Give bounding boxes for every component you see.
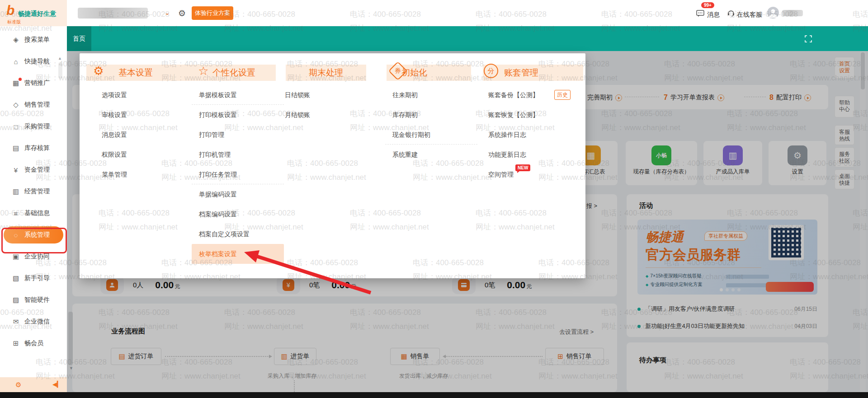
sidebar-collapse-icon[interactable]: ◀▎ — [52, 381, 61, 388]
sidebar-item-guide[interactable]: ▧新手引导 — [0, 267, 67, 289]
sidebar-item-base-info[interactable]: ≡基础信息 — [0, 202, 67, 224]
menu-item[interactable]: 单据模板设置 — [192, 85, 284, 105]
menu-item[interactable]: 打印机管理 — [192, 145, 284, 164]
menu-item[interactable]: 日结锁账 — [278, 85, 370, 105]
sidebar-item-sales[interactable]: ◇销售管理 — [0, 94, 67, 116]
sidebar-item-member[interactable]: ⊞畅会员 — [0, 332, 67, 354]
menu-column-title: 账套管理 — [504, 67, 538, 79]
menu-item[interactable]: 消息设置 — [94, 125, 187, 145]
sidebar-item-label: 营销推广 — [24, 79, 50, 87]
sidebar-guide-icon: ▧ — [12, 274, 20, 282]
menu-item[interactable]: 系统重建 — [385, 145, 477, 164]
sidebar-item-inventory[interactable]: ▤库存核算 — [0, 137, 67, 159]
menu-item[interactable]: 打印模板设置 — [192, 105, 284, 125]
logo-block: b 畅捷通好生意 标准版 — [0, 0, 67, 26]
menu-item[interactable]: 往来期初 — [385, 85, 477, 105]
sidebar-item-label: 库存核算 — [24, 144, 50, 152]
sidebar-item-wecom[interactable]: ✉企业微信 — [0, 311, 67, 332]
brand-logo-icon: b — [6, 3, 14, 18]
brand-name: 畅捷通好生意 — [18, 10, 56, 18]
chevron-down-icon[interactable]: ⌄ — [165, 9, 170, 16]
bottom-strip — [0, 392, 868, 398]
fullscreen-icon[interactable] — [805, 35, 812, 42]
menu-item[interactable]: 审核设置 — [94, 105, 187, 125]
sidebar-item-search-menu[interactable]: ◈搜索菜单 — [0, 29, 67, 51]
sidebar-item-hardware[interactable]: ▨智能硬件 — [0, 289, 67, 311]
username-blurred[interactable] — [782, 10, 803, 16]
trial-industry-button[interactable]: 体验行业方案 — [192, 6, 233, 20]
history-tag[interactable]: 历史 — [554, 90, 571, 100]
tab-bar: 首页 — [67, 26, 868, 51]
sidebar-marketing-icon: ▦ — [12, 79, 20, 87]
company-name-blurred[interactable] — [78, 8, 148, 19]
menu-star-icon: ☆ — [193, 61, 213, 81]
sidebar-item-label: 快捷导航 — [24, 57, 50, 66]
menu-item[interactable]: 打印管理 — [192, 125, 284, 145]
sidebar-item-label: 资金管理 — [24, 166, 50, 174]
system-settings-mega-menu: ⚙基本设置选项设置审核设置消息设置权限设置菜单管理☆个性化设置单据模板设置打印模… — [80, 53, 585, 278]
gear-icon[interactable]: ⚙ — [178, 8, 186, 19]
sidebar-item-quick-nav[interactable]: ⌂快捷导航 — [0, 51, 67, 72]
sidebar-purchase-icon: □ — [12, 123, 20, 131]
notification-dot — [19, 78, 22, 81]
menu-item[interactable]: 库存期初 — [385, 105, 477, 125]
menu-item[interactable]: 空间管理NEW — [481, 164, 573, 184]
message-icon[interactable] — [696, 10, 704, 17]
menu-item[interactable]: 现金银行期初 — [385, 125, 477, 145]
sidebar-sales-icon: ◇ — [12, 101, 20, 109]
menu-item[interactable]: 月结锁账 — [278, 105, 370, 125]
menu-item[interactable]: 账套备份【公测】历史 — [481, 85, 573, 105]
sidebar-operation-icon: ▥ — [12, 187, 20, 196]
sidebar-item-label: 基础信息 — [24, 209, 50, 217]
menu-item[interactable]: 档案自定义项设置 — [192, 224, 284, 244]
top-header: b 畅捷通好生意 标准版 ⌄ ⚙ 体验行业方案 99+ 消息 在线客服 — [0, 0, 868, 26]
menu-accounts-icon: 分 — [481, 61, 501, 81]
sidebar-footer: ⚙ ◀▎ — [0, 377, 67, 392]
menu-item[interactable]: 打印任务管理 — [192, 164, 284, 184]
sidebar-item-label: 智能硬件 — [24, 296, 50, 304]
messages-badge: 99+ — [701, 2, 714, 8]
sidebar-item-marketing[interactable]: ▦营销推广 — [0, 72, 67, 94]
sidebar-wecom-icon: ✉ — [12, 318, 20, 326]
sidebar-quick-nav-icon: ⌂ — [12, 58, 20, 66]
sidebar-item-label: 企业协同 — [24, 253, 50, 261]
menu-column-title: 期末处理 — [286, 67, 366, 79]
online-support-label[interactable]: 在线客服 — [737, 11, 762, 19]
sidebar-hardware-icon: ▨ — [12, 296, 20, 304]
avatar[interactable] — [767, 7, 779, 19]
menu-item[interactable]: 功能更新日志 — [481, 145, 573, 164]
menu-column-title: 初始化 — [401, 67, 427, 79]
sidebar-item-funds[interactable]: ¥资金管理 — [0, 159, 67, 181]
menu-column-title: 基本设置 — [118, 67, 153, 79]
menu-item[interactable]: 账套恢复【公测】 — [481, 105, 573, 125]
menu-item[interactable]: 单据编码设置 — [192, 184, 284, 204]
menu-column-title: 个性化设置 — [212, 67, 255, 79]
menu-item[interactable]: 系统操作日志 — [481, 125, 573, 145]
menu-item[interactable]: 权限设置 — [94, 145, 187, 164]
sidebar-item-label: 畅会员 — [24, 339, 43, 347]
accounts-shape: 分 — [484, 64, 498, 78]
sidebar-inventory-icon: ▤ — [12, 144, 20, 152]
sidebar-item-label: 销售管理 — [24, 101, 50, 109]
messages-label[interactable]: 消息 — [707, 11, 720, 19]
sidebar-item-label: 搜索菜单 — [24, 36, 50, 44]
sidebar-collab-icon: ▣ — [12, 253, 20, 261]
menu-item[interactable]: 档案编码设置 — [192, 204, 284, 224]
sidebar-item-label: 新手引导 — [24, 274, 50, 282]
menu-item[interactable]: 菜单管理 — [94, 164, 187, 184]
menu-item[interactable]: 枚举档案设置 — [192, 244, 284, 264]
tab-home[interactable]: 首页 — [67, 26, 91, 51]
sidebar-settings-icon[interactable]: ⚙ — [15, 381, 21, 389]
sidebar-item-operation[interactable]: ▥经营管理 — [0, 181, 67, 202]
brand-edition: 标准版 — [7, 19, 21, 25]
menu-gear-icon: ⚙ — [89, 61, 108, 81]
sidebar: ▲ ◈搜索菜单⌂快捷导航▦营销推广◇销售管理□采购管理▤库存核算¥资金管理▥经营… — [0, 26, 67, 377]
sidebar-base-info-icon: ≡ — [12, 210, 20, 217]
menu-item[interactable]: 选项设置 — [94, 85, 187, 105]
sidebar-funds-icon: ¥ — [12, 166, 20, 174]
sidebar-item-purchase[interactable]: □采购管理 — [0, 116, 67, 137]
headset-icon[interactable] — [727, 9, 735, 17]
app-window: 电话：400-665-0028网址：www.chanjet.net电话：400-… — [0, 0, 868, 398]
new-badge: NEW — [515, 164, 530, 171]
sidebar-member-icon: ⊞ — [12, 339, 20, 347]
